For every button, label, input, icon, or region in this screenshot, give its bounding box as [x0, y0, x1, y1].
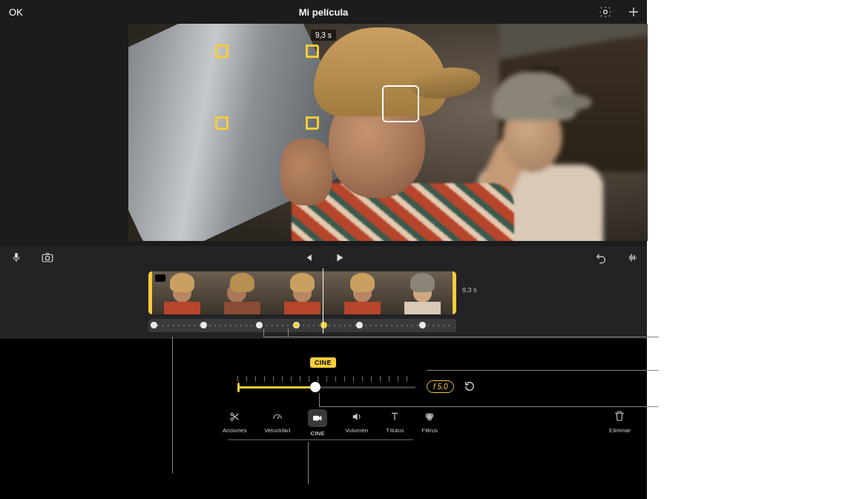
- secondary-focus-indicator[interactable]: [382, 85, 419, 122]
- tool-label: Velocidad: [264, 427, 290, 434]
- focus-point[interactable]: [320, 322, 327, 328]
- focus-point[interactable]: [356, 322, 363, 328]
- svg-rect-2: [42, 254, 53, 262]
- scissors-icon: [227, 409, 242, 424]
- clip-duration-label: 9,3 s: [462, 286, 477, 294]
- focus-point[interactable]: [151, 322, 157, 328]
- play-icon[interactable]: [332, 250, 346, 265]
- svg-point-5: [231, 418, 233, 420]
- leader-line: [319, 393, 320, 407]
- speaker-icon: [349, 409, 364, 424]
- focus-point[interactable]: [200, 322, 207, 328]
- waveform-icon[interactable]: [625, 250, 640, 265]
- selected-clip[interactable]: [148, 271, 456, 314]
- svg-point-0: [604, 10, 608, 14]
- leader-line: [172, 337, 173, 473]
- tool-underline: [228, 439, 413, 440]
- leader-line: [427, 370, 659, 371]
- leader-line: [263, 328, 264, 337]
- tool-label: Títulos: [386, 427, 404, 434]
- tool-label: Acciones: [223, 427, 246, 434]
- text-icon: [387, 409, 402, 424]
- done-button[interactable]: OK: [6, 4, 26, 21]
- tool-titulos[interactable]: Títulos: [386, 409, 404, 437]
- focus-point[interactable]: [419, 322, 426, 328]
- top-bar: OK Mi película: [0, 0, 647, 24]
- depth-of-field-slider[interactable]: [237, 376, 415, 395]
- svg-point-3: [45, 257, 49, 260]
- inspector-tools: AccionesVelocidadCINEVolumenTítulosFiltr…: [223, 409, 438, 437]
- slider-knob[interactable]: [310, 382, 320, 392]
- tool-label: CINE: [311, 430, 325, 437]
- tool-velocidad[interactable]: Velocidad: [264, 409, 290, 437]
- skip-start-icon[interactable]: [300, 250, 315, 265]
- svg-point-9: [427, 416, 433, 421]
- tool-label: Filtros: [421, 427, 438, 434]
- aperture-value[interactable]: f 5.0: [427, 380, 454, 393]
- tool-volumen[interactable]: Volumen: [345, 409, 368, 437]
- plus-icon[interactable]: [626, 4, 641, 19]
- gear-icon[interactable]: [598, 4, 613, 19]
- focus-track[interactable]: [148, 319, 456, 332]
- playhead[interactable]: [323, 268, 323, 334]
- microphone-icon[interactable]: [9, 250, 24, 265]
- camera-icon[interactable]: [40, 250, 55, 265]
- primary-focus-indicator[interactable]: [215, 44, 319, 130]
- svg-point-4: [231, 413, 233, 415]
- delete-label: Eliminar: [609, 427, 631, 434]
- video-viewer[interactable]: [128, 24, 648, 241]
- reset-aperture-icon[interactable]: [461, 378, 478, 394]
- leader-line: [263, 337, 659, 337]
- video-frame: [128, 24, 648, 241]
- transport-bar: [0, 246, 647, 268]
- leader-line: [288, 328, 289, 337]
- svg-rect-6: [313, 416, 319, 421]
- timeline[interactable]: 9,3 s: [0, 268, 647, 339]
- focus-point[interactable]: [256, 322, 263, 328]
- inspector-panel: CINE f 5.0 AccionesVelocidadCINEVolumenT…: [0, 339, 647, 499]
- tool-filtros[interactable]: Filtros: [421, 409, 438, 437]
- trash-icon: [613, 409, 628, 424]
- tool-label: Volumen: [345, 427, 368, 434]
- project-title: Mi película: [0, 7, 647, 18]
- speedometer-icon: [270, 409, 285, 424]
- cinematic-clip-badge-icon: [155, 274, 165, 282]
- focus-point[interactable]: [293, 322, 300, 328]
- filters-icon: [422, 409, 437, 424]
- clip-time-badge: 9,3 s: [311, 30, 336, 41]
- leader-line: [319, 406, 659, 407]
- svg-rect-1: [15, 253, 18, 258]
- video-camera-icon: [308, 409, 327, 427]
- cinematic-mode-badge: CINE: [310, 357, 336, 368]
- tool-acciones[interactable]: Acciones: [223, 409, 246, 437]
- leader-line: [308, 442, 309, 484]
- undo-icon[interactable]: [594, 250, 608, 265]
- delete-button[interactable]: Eliminar: [609, 409, 631, 434]
- tool-cine[interactable]: CINE: [308, 409, 327, 437]
